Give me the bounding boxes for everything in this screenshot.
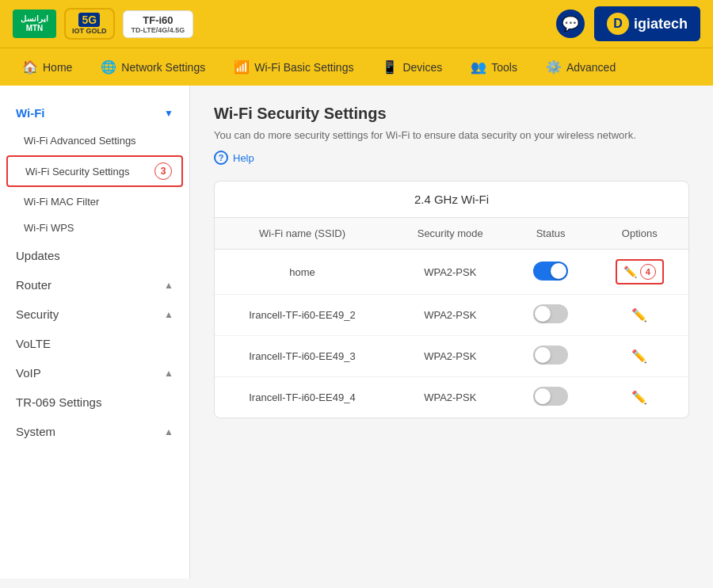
edit-button[interactable]: ✏️ [604, 349, 676, 364]
cell-ssid: Irancell-TF-i60-EE49_2 [215, 295, 390, 336]
nav-wifi-basic[interactable]: 📶 Wi-Fi Basic Settings [219, 48, 368, 86]
nav-advanced[interactable]: ⚙️ Advanced [532, 48, 630, 86]
col-security: Security mode [390, 218, 511, 250]
navbar: 🏠 Home 🌐 Network Settings 📶 Wi-Fi Basic … [0, 48, 713, 86]
chat-icon[interactable]: 💬 [556, 10, 585, 38]
sidebar-wifi-section[interactable]: Wi-Fi ▼ [0, 98, 189, 128]
toggle-thumb [535, 347, 551, 363]
5g-logo: 5G IOT GOLD [64, 8, 115, 40]
digiatech-logo: D igiatech [594, 6, 700, 41]
toggle-thumb [535, 306, 551, 322]
table-header-row: Wi-Fi name (SSID) Security mode Status O… [215, 218, 688, 250]
nav-tools[interactable]: 👥 Tools [456, 48, 532, 86]
wifi-icon: 📶 [234, 59, 250, 74]
sidebar-item-wifi-advanced[interactable]: Wi-Fi Advanced Settings [0, 128, 189, 154]
tools-icon: 👥 [471, 59, 486, 74]
home-icon: 🏠 [22, 59, 38, 74]
nav-devices[interactable]: 📱 Devices [368, 48, 456, 86]
status-toggle[interactable] [533, 304, 568, 323]
header: ایرانسل MTN 5G IOT GOLD TF-i60 TD-LTE/4G… [0, 0, 713, 48]
wifi-table: Wi-Fi name (SSID) Security mode Status O… [215, 218, 688, 418]
toggle-thumb [535, 388, 551, 404]
cell-status[interactable] [511, 250, 591, 295]
table-row: homeWPA2-PSK✏️4 [215, 250, 688, 295]
tf-logo: TF-i60 TD-LTE/4G/4.5G [123, 10, 194, 38]
devices-icon: 📱 [382, 59, 398, 74]
edit-icon: ✏️ [623, 265, 637, 278]
cell-options[interactable]: ✏️ [591, 295, 688, 336]
page-description: You can do more security settings for Wi… [214, 129, 689, 141]
cell-options[interactable]: ✏️ [591, 377, 688, 418]
table-row: Irancell-TF-i60-EE49_2WPA2-PSK✏️ [215, 295, 688, 336]
cell-status[interactable] [511, 336, 591, 377]
network-icon: 🌐 [101, 59, 116, 74]
cell-ssid: Irancell-TF-i60-EE49_4 [215, 377, 390, 418]
cell-status[interactable] [511, 295, 591, 336]
edit-badge: 4 [640, 264, 656, 280]
sidebar-item-updates[interactable]: Updates [0, 241, 189, 270]
table-row: Irancell-TF-i60-EE49_4WPA2-PSK✏️ [215, 377, 688, 418]
wifi-chevron-icon: ▼ [164, 108, 173, 119]
col-status: Status [511, 218, 591, 250]
cell-security: WPA2-PSK [390, 250, 511, 295]
sidebar-item-wifi-mac[interactable]: Wi-Fi MAC Filter [0, 189, 189, 215]
col-options: Options [591, 218, 688, 250]
main-content: Wi-Fi Security Settings You can do more … [190, 86, 713, 578]
sidebar: Wi-Fi ▼ Wi-Fi Advanced Settings Wi-Fi Se… [0, 86, 190, 578]
main-layout: Wi-Fi ▼ Wi-Fi Advanced Settings Wi-Fi Se… [0, 86, 713, 578]
sidebar-item-tr069[interactable]: TR-069 Settings [0, 388, 189, 417]
sidebar-item-system[interactable]: System ▲ [0, 417, 189, 446]
wifi-security-badge: 3 [154, 162, 172, 180]
edit-button[interactable]: ✏️ [604, 390, 676, 405]
help-link[interactable]: ? Help [214, 151, 689, 165]
sidebar-item-wifi-wps[interactable]: Wi-Fi WPS [0, 215, 189, 241]
d-icon: D [607, 13, 629, 35]
cell-security: WPA2-PSK [390, 336, 511, 377]
header-logos: ایرانسل MTN 5G IOT GOLD TF-i60 TD-LTE/4G… [13, 8, 193, 40]
help-icon: ? [214, 151, 228, 165]
cell-status[interactable] [511, 377, 591, 418]
edit-button[interactable]: ✏️ [604, 307, 676, 323]
cell-ssid: home [215, 250, 390, 295]
col-ssid: Wi-Fi name (SSID) [215, 218, 390, 250]
sidebar-item-security[interactable]: Security ▲ [0, 300, 189, 329]
toggle-thumb [551, 263, 566, 279]
nav-home[interactable]: 🏠 Home [8, 48, 86, 86]
sidebar-item-voip[interactable]: VoIP ▲ [0, 358, 189, 388]
edit-icon: ✏️ [631, 349, 647, 364]
sidebar-item-router[interactable]: Router ▲ [0, 270, 189, 300]
sidebar-item-wifi-security[interactable]: Wi-Fi Security Settings 3 [6, 155, 183, 187]
cell-options[interactable]: ✏️4 [591, 250, 688, 295]
cell-ssid: Irancell-TF-i60-EE49_3 [215, 336, 390, 377]
table-section-header: 2.4 GHz Wi-Fi [215, 181, 688, 218]
status-toggle[interactable] [533, 346, 568, 365]
edit-button-highlighted[interactable]: ✏️4 [616, 259, 664, 284]
sidebar-item-volte[interactable]: VoLTE [0, 329, 189, 358]
nav-network-settings[interactable]: 🌐 Network Settings [86, 48, 219, 86]
security-chevron-icon: ▲ [164, 309, 173, 320]
edit-icon: ✏️ [631, 307, 647, 323]
cell-security: WPA2-PSK [390, 377, 511, 418]
cell-options[interactable]: ✏️ [591, 336, 688, 377]
table-row: Irancell-TF-i60-EE49_3WPA2-PSK✏️ [215, 336, 688, 377]
voip-chevron-icon: ▲ [164, 368, 173, 379]
wifi-table-card: 2.4 GHz Wi-Fi Wi-Fi name (SSID) Security… [214, 181, 689, 418]
irancell-logo: ایرانسل MTN [13, 10, 56, 38]
status-toggle[interactable] [533, 262, 568, 281]
page-title: Wi-Fi Security Settings [214, 105, 689, 123]
system-chevron-icon: ▲ [164, 426, 173, 437]
header-right: 💬 D igiatech [556, 6, 700, 41]
edit-icon: ✏️ [631, 390, 647, 405]
router-chevron-icon: ▲ [164, 280, 173, 291]
cell-security: WPA2-PSK [390, 295, 511, 336]
status-toggle[interactable] [533, 387, 568, 406]
advanced-icon: ⚙️ [546, 59, 562, 74]
